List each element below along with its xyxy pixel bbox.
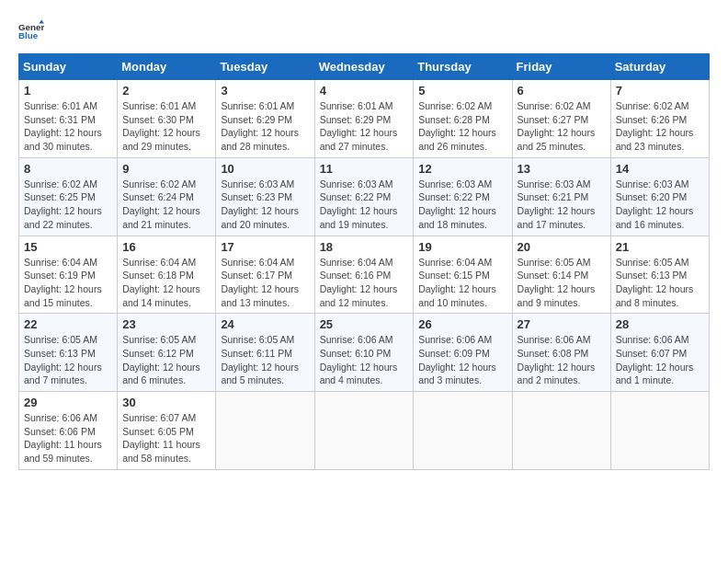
calendar-cell: 13 Sunrise: 6:03 AM Sunset: 6:21 PM Dayl… — [512, 157, 610, 236]
day-detail: Sunrise: 6:07 AM Sunset: 6:05 PM Dayligh… — [122, 411, 210, 465]
calendar-cell: 11 Sunrise: 6:03 AM Sunset: 6:22 PM Dayl… — [314, 157, 414, 236]
day-number: 8 — [24, 162, 112, 176]
day-number: 11 — [320, 162, 409, 176]
day-number: 6 — [518, 84, 606, 98]
weekday-header-thursday: Thursday — [414, 54, 512, 80]
day-detail: Sunrise: 6:04 AM Sunset: 6:17 PM Dayligh… — [221, 256, 309, 310]
logo-icon: General Blue — [18, 18, 44, 44]
day-detail: Sunrise: 6:01 AM Sunset: 6:31 PM Dayligh… — [24, 99, 112, 154]
day-detail: Sunrise: 6:02 AM Sunset: 6:27 PM Dayligh… — [518, 99, 606, 154]
logo: General Blue — [18, 18, 44, 44]
day-number: 4 — [320, 84, 409, 98]
calendar-cell: 8 Sunrise: 6:02 AM Sunset: 6:25 PM Dayli… — [19, 157, 118, 236]
calendar-cell: 7 Sunrise: 6:02 AM Sunset: 6:26 PM Dayli… — [610, 80, 709, 158]
day-detail: Sunrise: 6:03 AM Sunset: 6:20 PM Dayligh… — [616, 178, 704, 232]
calendar-cell — [610, 392, 709, 470]
day-detail: Sunrise: 6:02 AM Sunset: 6:24 PM Dayligh… — [122, 178, 210, 232]
day-detail: Sunrise: 6:04 AM Sunset: 6:15 PM Dayligh… — [418, 256, 506, 310]
day-detail: Sunrise: 6:06 AM Sunset: 6:08 PM Dayligh… — [518, 333, 606, 387]
day-detail: Sunrise: 6:05 AM Sunset: 6:14 PM Dayligh… — [518, 256, 606, 310]
calendar-cell: 2 Sunrise: 6:01 AM Sunset: 6:30 PM Dayli… — [118, 80, 216, 158]
day-number: 27 — [518, 317, 606, 331]
day-detail: Sunrise: 6:03 AM Sunset: 6:23 PM Dayligh… — [221, 178, 309, 232]
weekday-header-tuesday: Tuesday — [216, 54, 314, 80]
day-detail: Sunrise: 6:04 AM Sunset: 6:19 PM Dayligh… — [24, 256, 112, 310]
day-number: 24 — [221, 317, 309, 331]
calendar-cell: 10 Sunrise: 6:03 AM Sunset: 6:23 PM Dayl… — [216, 157, 314, 236]
day-detail: Sunrise: 6:01 AM Sunset: 6:30 PM Dayligh… — [122, 99, 210, 154]
day-number: 19 — [418, 240, 506, 254]
day-number: 12 — [418, 162, 506, 176]
calendar-cell: 3 Sunrise: 6:01 AM Sunset: 6:29 PM Dayli… — [216, 80, 314, 158]
calendar-cell: 12 Sunrise: 6:03 AM Sunset: 6:22 PM Dayl… — [414, 157, 512, 236]
day-number: 1 — [24, 84, 112, 98]
calendar-cell: 27 Sunrise: 6:06 AM Sunset: 6:08 PM Dayl… — [512, 314, 610, 392]
day-number: 26 — [418, 317, 506, 331]
day-number: 28 — [616, 317, 704, 331]
day-detail: Sunrise: 6:02 AM Sunset: 6:28 PM Dayligh… — [418, 99, 506, 154]
day-number: 16 — [122, 240, 210, 254]
calendar-cell: 24 Sunrise: 6:05 AM Sunset: 6:11 PM Dayl… — [216, 314, 314, 392]
calendar-cell: 17 Sunrise: 6:04 AM Sunset: 6:17 PM Dayl… — [216, 236, 314, 314]
calendar-cell: 16 Sunrise: 6:04 AM Sunset: 6:18 PM Dayl… — [118, 236, 216, 314]
calendar-cell: 5 Sunrise: 6:02 AM Sunset: 6:28 PM Dayli… — [414, 80, 512, 158]
day-number: 21 — [616, 240, 704, 254]
calendar-cell: 30 Sunrise: 6:07 AM Sunset: 6:05 PM Dayl… — [118, 392, 216, 470]
calendar-week-3: 15 Sunrise: 6:04 AM Sunset: 6:19 PM Dayl… — [19, 236, 710, 314]
day-number: 30 — [122, 396, 210, 409]
calendar-cell: 22 Sunrise: 6:05 AM Sunset: 6:13 PM Dayl… — [19, 314, 118, 392]
day-detail: Sunrise: 6:05 AM Sunset: 6:12 PM Dayligh… — [122, 333, 210, 387]
calendar-cell: 4 Sunrise: 6:01 AM Sunset: 6:29 PM Dayli… — [314, 80, 414, 158]
day-number: 18 — [320, 240, 409, 254]
calendar-cell: 28 Sunrise: 6:06 AM Sunset: 6:07 PM Dayl… — [610, 314, 709, 392]
day-detail: Sunrise: 6:01 AM Sunset: 6:29 PM Dayligh… — [221, 99, 309, 154]
day-detail: Sunrise: 6:05 AM Sunset: 6:11 PM Dayligh… — [221, 333, 309, 387]
day-number: 3 — [221, 84, 309, 98]
calendar-cell: 18 Sunrise: 6:04 AM Sunset: 6:16 PM Dayl… — [314, 236, 414, 314]
day-detail: Sunrise: 6:06 AM Sunset: 6:10 PM Dayligh… — [320, 333, 409, 387]
day-number: 23 — [122, 317, 210, 331]
day-detail: Sunrise: 6:03 AM Sunset: 6:21 PM Dayligh… — [518, 178, 606, 232]
weekday-header-saturday: Saturday — [610, 54, 709, 80]
weekday-header-monday: Monday — [118, 54, 216, 80]
calendar-cell: 21 Sunrise: 6:05 AM Sunset: 6:13 PM Dayl… — [610, 236, 709, 314]
day-detail: Sunrise: 6:06 AM Sunset: 6:09 PM Dayligh… — [418, 333, 506, 387]
day-number: 15 — [24, 240, 112, 254]
day-number: 22 — [24, 317, 112, 331]
weekday-header-wednesday: Wednesday — [314, 54, 414, 80]
day-number: 7 — [616, 84, 704, 98]
day-number: 29 — [24, 396, 112, 409]
day-number: 2 — [122, 84, 210, 98]
calendar-cell: 14 Sunrise: 6:03 AM Sunset: 6:20 PM Dayl… — [610, 157, 709, 236]
day-number: 20 — [518, 240, 606, 254]
calendar-cell: 29 Sunrise: 6:06 AM Sunset: 6:06 PM Dayl… — [19, 392, 118, 470]
day-number: 25 — [320, 317, 409, 331]
day-number: 10 — [221, 162, 309, 176]
day-detail: Sunrise: 6:04 AM Sunset: 6:18 PM Dayligh… — [122, 256, 210, 310]
day-number: 9 — [122, 162, 210, 176]
calendar-cell: 1 Sunrise: 6:01 AM Sunset: 6:31 PM Dayli… — [19, 80, 118, 158]
calendar-week-2: 8 Sunrise: 6:02 AM Sunset: 6:25 PM Dayli… — [19, 157, 710, 236]
calendar-cell: 9 Sunrise: 6:02 AM Sunset: 6:24 PM Dayli… — [118, 157, 216, 236]
day-number: 17 — [221, 240, 309, 254]
calendar-cell: 19 Sunrise: 6:04 AM Sunset: 6:15 PM Dayl… — [414, 236, 512, 314]
day-detail: Sunrise: 6:05 AM Sunset: 6:13 PM Dayligh… — [616, 256, 704, 310]
day-detail: Sunrise: 6:06 AM Sunset: 6:06 PM Dayligh… — [24, 411, 112, 465]
weekday-header-sunday: Sunday — [19, 54, 118, 80]
calendar-cell: 20 Sunrise: 6:05 AM Sunset: 6:14 PM Dayl… — [512, 236, 610, 314]
day-detail: Sunrise: 6:05 AM Sunset: 6:13 PM Dayligh… — [24, 333, 112, 387]
day-number: 5 — [418, 84, 506, 98]
day-detail: Sunrise: 6:02 AM Sunset: 6:26 PM Dayligh… — [616, 99, 704, 154]
day-detail: Sunrise: 6:06 AM Sunset: 6:07 PM Dayligh… — [616, 333, 704, 387]
day-detail: Sunrise: 6:04 AM Sunset: 6:16 PM Dayligh… — [320, 256, 409, 310]
calendar-table: SundayMondayTuesdayWednesdayThursdayFrid… — [18, 53, 710, 470]
calendar-cell: 23 Sunrise: 6:05 AM Sunset: 6:12 PM Dayl… — [118, 314, 216, 392]
page-header: General Blue — [18, 18, 710, 44]
weekday-header-friday: Friday — [512, 54, 610, 80]
calendar-week-1: 1 Sunrise: 6:01 AM Sunset: 6:31 PM Dayli… — [19, 80, 710, 158]
calendar-cell — [512, 392, 610, 470]
calendar-cell — [216, 392, 314, 470]
day-number: 14 — [616, 162, 704, 176]
day-detail: Sunrise: 6:02 AM Sunset: 6:25 PM Dayligh… — [24, 178, 112, 232]
day-detail: Sunrise: 6:03 AM Sunset: 6:22 PM Dayligh… — [418, 178, 506, 232]
